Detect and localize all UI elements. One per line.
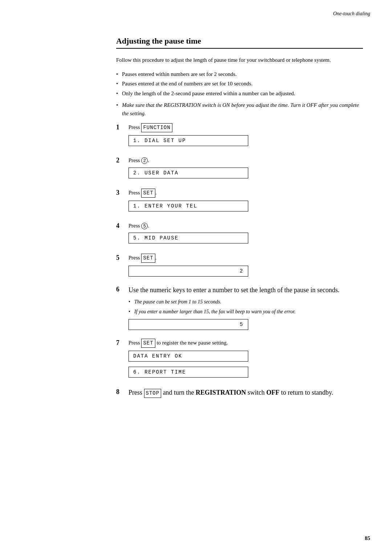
set-key-5: SET — [141, 254, 155, 263]
set-key-3: SET — [141, 189, 155, 198]
page-container: One-touch dialing Adjusting the pause ti… — [0, 0, 392, 556]
off-label: OFF — [266, 389, 279, 396]
content-area: Adjusting the pause time Follow this pro… — [116, 15, 363, 401]
step-7-display2: 6. REPORT TIME — [128, 367, 248, 378]
step-4-number: 4 — [116, 222, 127, 230]
circle-2: 2 — [141, 157, 148, 164]
step-7-content: Press SET to register the new pause sett… — [128, 339, 363, 383]
step-5: 5 Press SET. 2 — [116, 254, 363, 280]
step-3-content: Press SET. 1. ENTER YOUR TEL — [128, 189, 363, 217]
bullet-item-3: Only the length of the 2-second pause en… — [116, 89, 363, 98]
step-5-content: Press SET. 2 — [128, 254, 363, 280]
bullet-item-4: Make sure that the REGISTRATION switch i… — [116, 101, 363, 117]
step-4-content: Press 5. 5. MID PAUSE — [128, 222, 363, 249]
step-3-text: Press SET. — [128, 189, 363, 198]
step-6-text: Use the numeric keys to enter a number t… — [128, 285, 363, 295]
circle-5: 5 — [141, 223, 148, 229]
step-8-text: Press STOP and turn the REGISTRATION swi… — [128, 388, 363, 398]
header-label: One-touch dialing — [333, 11, 370, 16]
step-5-number: 5 — [116, 254, 127, 262]
step-2-content: Press 2. 2. USER DATA — [128, 156, 363, 184]
step-7-text: Press SET to register the new pause sett… — [128, 339, 363, 348]
step-6: 6 Use the numeric keys to enter a number… — [116, 285, 363, 334]
page-number: 85 — [365, 535, 370, 541]
intro-text: Follow this procedure to adjust the leng… — [116, 56, 363, 64]
step-4-display: 5. MID PAUSE — [128, 233, 248, 243]
step-1-number: 1 — [116, 124, 127, 131]
sub-bullet-1: The pause can be set from 1 to 15 second… — [128, 298, 363, 306]
step-1-text: Press FUNCTION — [128, 123, 363, 132]
page-header: One-touch dialing — [333, 11, 370, 17]
step-7-display1: DATA ENTRY OK — [128, 351, 248, 362]
step-6-number: 6 — [116, 286, 127, 293]
stop-key: STOP — [144, 389, 162, 398]
step-7: 7 Press SET to register the new pause se… — [116, 339, 363, 383]
step-8-content: Press STOP and turn the REGISTRATION swi… — [128, 388, 363, 401]
step-2: 2 Press 2. 2. USER DATA — [116, 156, 363, 184]
step-8: 8 Press STOP and turn the REGISTRATION s… — [116, 388, 363, 401]
step-1-display: 1. DIAL SET UP — [128, 135, 248, 146]
step-5-display: 2 — [128, 266, 248, 277]
bullet-list: Pauses entered within numbers are set fo… — [116, 70, 363, 118]
step-4: 4 Press 5. 5. MID PAUSE — [116, 222, 363, 249]
sub-bullet-2: If you enter a number larger than 15, th… — [128, 308, 363, 315]
step-4-text: Press 5. — [128, 222, 363, 230]
step-2-number: 2 — [116, 157, 127, 164]
step-6-subbullets: The pause can be set from 1 to 15 second… — [128, 298, 363, 315]
step-2-text: Press 2. — [128, 156, 363, 165]
step-8-number: 8 — [116, 388, 127, 396]
section-title: Adjusting the pause time — [116, 36, 363, 49]
step-3-display: 1. ENTER YOUR TEL — [128, 201, 248, 211]
step-5-text: Press SET. — [128, 254, 363, 263]
step-1-content: Press FUNCTION 1. DIAL SET UP — [128, 123, 363, 151]
step-1: 1 Press FUNCTION 1. DIAL SET UP — [116, 123, 363, 151]
bullet-item-2: Pauses entered at the end of numbers are… — [116, 80, 363, 88]
step-2-display: 2. USER DATA — [128, 168, 248, 178]
step-6-content: Use the numeric keys to enter a number t… — [128, 285, 363, 334]
function-key: FUNCTION — [141, 123, 172, 132]
step-7-number: 7 — [116, 339, 127, 347]
step-3-number: 3 — [116, 189, 127, 197]
step-6-display: 5 — [128, 319, 248, 330]
bullet-item-1: Pauses entered within numbers are set fo… — [116, 70, 363, 78]
registration-label: REGISTRATION — [196, 389, 246, 396]
set-key-7: SET — [141, 339, 155, 348]
step-3: 3 Press SET. 1. ENTER YOUR TEL — [116, 189, 363, 217]
